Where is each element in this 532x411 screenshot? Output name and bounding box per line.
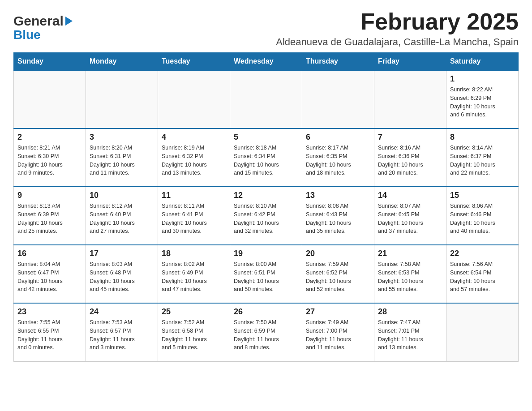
- day-number: 1: [450, 74, 515, 84]
- calendar-cell: 5Sunrise: 8:18 AM Sunset: 6:34 PM Daylig…: [230, 128, 302, 187]
- calendar-cell: [230, 70, 302, 128]
- day-info: Sunrise: 8:06 AM Sunset: 6:46 PM Dayligh…: [450, 202, 515, 235]
- calendar-cell: 4Sunrise: 8:19 AM Sunset: 6:32 PM Daylig…: [158, 128, 230, 187]
- day-info: Sunrise: 8:22 AM Sunset: 6:29 PM Dayligh…: [450, 86, 515, 119]
- day-number: 7: [378, 133, 442, 142]
- day-number: 27: [306, 307, 370, 317]
- calendar-cell: 7Sunrise: 8:16 AM Sunset: 6:36 PM Daylig…: [374, 128, 446, 187]
- day-info: Sunrise: 8:14 AM Sunset: 6:37 PM Dayligh…: [450, 144, 515, 177]
- day-number: 12: [234, 191, 298, 200]
- calendar-cell: 1Sunrise: 8:22 AM Sunset: 6:29 PM Daylig…: [446, 70, 519, 128]
- day-info: Sunrise: 7:58 AM Sunset: 6:53 PM Dayligh…: [378, 260, 442, 294]
- calendar-week-4: 16Sunrise: 8:04 AM Sunset: 6:47 PM Dayli…: [14, 245, 519, 303]
- calendar-cell: 17Sunrise: 8:03 AM Sunset: 6:48 PM Dayli…: [86, 245, 158, 303]
- calendar-cell: 8Sunrise: 8:14 AM Sunset: 6:37 PM Daylig…: [446, 128, 519, 187]
- day-info: Sunrise: 8:13 AM Sunset: 6:39 PM Dayligh…: [17, 202, 82, 235]
- calendar-cell: 14Sunrise: 8:07 AM Sunset: 6:45 PM Dayli…: [374, 187, 446, 245]
- day-number: 28: [378, 307, 442, 317]
- logo: General Blue: [13, 13, 73, 42]
- calendar-cell: 24Sunrise: 7:53 AM Sunset: 6:57 PM Dayli…: [86, 303, 158, 361]
- calendar-cell: [86, 70, 158, 128]
- calendar-cell: [446, 303, 519, 361]
- calendar-week-3: 9Sunrise: 8:13 AM Sunset: 6:39 PM Daylig…: [14, 187, 519, 245]
- day-info: Sunrise: 7:55 AM Sunset: 6:55 PM Dayligh…: [17, 318, 82, 352]
- calendar-cell: 15Sunrise: 8:06 AM Sunset: 6:46 PM Dayli…: [446, 187, 519, 245]
- calendar-table: SundayMondayTuesdayWednesdayThursdayFrid…: [13, 52, 519, 362]
- day-info: Sunrise: 8:19 AM Sunset: 6:32 PM Dayligh…: [162, 144, 226, 177]
- day-info: Sunrise: 8:10 AM Sunset: 6:42 PM Dayligh…: [234, 202, 298, 235]
- day-info: Sunrise: 8:11 AM Sunset: 6:41 PM Dayligh…: [162, 202, 226, 235]
- day-number: 4: [162, 133, 226, 142]
- weekday-header-thursday: Thursday: [302, 53, 374, 71]
- day-info: Sunrise: 7:50 AM Sunset: 6:59 PM Dayligh…: [234, 318, 298, 352]
- calendar-week-1: 1Sunrise: 8:22 AM Sunset: 6:29 PM Daylig…: [14, 70, 519, 128]
- calendar-cell: 16Sunrise: 8:04 AM Sunset: 6:47 PM Dayli…: [14, 245, 86, 303]
- weekday-header-friday: Friday: [374, 53, 446, 71]
- day-number: 8: [450, 133, 515, 142]
- title-block: February 2025 Aldeanueva de Guadalajara,…: [276, 9, 519, 48]
- weekday-header-tuesday: Tuesday: [158, 53, 230, 71]
- day-number: 13: [306, 191, 370, 200]
- logo-arrow-icon: [65, 17, 73, 26]
- weekday-header-row: SundayMondayTuesdayWednesdayThursdayFrid…: [14, 53, 519, 71]
- calendar-cell: 11Sunrise: 8:11 AM Sunset: 6:41 PM Dayli…: [158, 187, 230, 245]
- weekday-header-saturday: Saturday: [446, 53, 519, 71]
- calendar-cell: 12Sunrise: 8:10 AM Sunset: 6:42 PM Dayli…: [230, 187, 302, 245]
- day-info: Sunrise: 8:21 AM Sunset: 6:30 PM Dayligh…: [17, 144, 82, 177]
- day-info: Sunrise: 8:17 AM Sunset: 6:35 PM Dayligh…: [306, 144, 370, 177]
- day-number: 22: [450, 249, 515, 258]
- day-number: 10: [90, 191, 154, 200]
- day-info: Sunrise: 7:49 AM Sunset: 7:00 PM Dayligh…: [306, 318, 370, 352]
- day-number: 23: [17, 307, 82, 317]
- day-number: 19: [234, 249, 298, 258]
- calendar-cell: 18Sunrise: 8:02 AM Sunset: 6:49 PM Dayli…: [158, 245, 230, 303]
- weekday-header-wednesday: Wednesday: [230, 53, 302, 71]
- calendar-cell: 28Sunrise: 7:47 AM Sunset: 7:01 PM Dayli…: [374, 303, 446, 361]
- day-number: 15: [450, 191, 515, 200]
- calendar-cell: 3Sunrise: 8:20 AM Sunset: 6:31 PM Daylig…: [86, 128, 158, 187]
- day-number: 18: [162, 249, 226, 258]
- day-number: 6: [306, 133, 370, 142]
- calendar-week-5: 23Sunrise: 7:55 AM Sunset: 6:55 PM Dayli…: [14, 303, 519, 361]
- calendar-cell: 21Sunrise: 7:58 AM Sunset: 6:53 PM Dayli…: [374, 245, 446, 303]
- day-number: 21: [378, 249, 442, 258]
- calendar-cell: 6Sunrise: 8:17 AM Sunset: 6:35 PM Daylig…: [302, 128, 374, 187]
- calendar-cell: 25Sunrise: 7:52 AM Sunset: 6:58 PM Dayli…: [158, 303, 230, 361]
- day-info: Sunrise: 7:59 AM Sunset: 6:52 PM Dayligh…: [306, 260, 370, 294]
- day-number: 16: [17, 249, 82, 258]
- calendar-cell: 9Sunrise: 8:13 AM Sunset: 6:39 PM Daylig…: [14, 187, 86, 245]
- day-number: 9: [17, 191, 82, 200]
- day-number: 20: [306, 249, 370, 258]
- day-info: Sunrise: 7:52 AM Sunset: 6:58 PM Dayligh…: [162, 318, 226, 352]
- day-number: 5: [234, 133, 298, 142]
- month-title: February 2025: [276, 9, 519, 34]
- day-number: 2: [17, 133, 82, 142]
- day-info: Sunrise: 8:16 AM Sunset: 6:36 PM Dayligh…: [378, 144, 442, 177]
- location-subtitle: Aldeanueva de Guadalajara, Castille-La M…: [276, 36, 519, 48]
- day-info: Sunrise: 8:18 AM Sunset: 6:34 PM Dayligh…: [234, 144, 298, 177]
- day-info: Sunrise: 7:56 AM Sunset: 6:54 PM Dayligh…: [450, 260, 515, 294]
- calendar-cell: 10Sunrise: 8:12 AM Sunset: 6:40 PM Dayli…: [86, 187, 158, 245]
- day-number: 24: [90, 307, 154, 317]
- logo-general-text: General: [13, 13, 64, 29]
- weekday-header-monday: Monday: [86, 53, 158, 71]
- calendar-cell: 20Sunrise: 7:59 AM Sunset: 6:52 PM Dayli…: [302, 245, 374, 303]
- day-number: 17: [90, 249, 154, 258]
- calendar-cell: [302, 70, 374, 128]
- calendar-cell: [14, 70, 86, 128]
- logo-blue-text: Blue: [13, 28, 41, 42]
- calendar-cell: [158, 70, 230, 128]
- page-header: General Blue February 2025 Aldeanueva de…: [13, 9, 519, 48]
- day-number: 11: [162, 191, 226, 200]
- day-number: 25: [162, 307, 226, 317]
- calendar-cell: 27Sunrise: 7:49 AM Sunset: 7:00 PM Dayli…: [302, 303, 374, 361]
- calendar-cell: [374, 70, 446, 128]
- day-number: 3: [90, 133, 154, 142]
- calendar-cell: 26Sunrise: 7:50 AM Sunset: 6:59 PM Dayli…: [230, 303, 302, 361]
- calendar-cell: 13Sunrise: 8:08 AM Sunset: 6:43 PM Dayli…: [302, 187, 374, 245]
- day-info: Sunrise: 7:47 AM Sunset: 7:01 PM Dayligh…: [378, 318, 442, 352]
- day-info: Sunrise: 8:04 AM Sunset: 6:47 PM Dayligh…: [17, 260, 82, 294]
- day-info: Sunrise: 8:00 AM Sunset: 6:51 PM Dayligh…: [234, 260, 298, 294]
- calendar-cell: 2Sunrise: 8:21 AM Sunset: 6:30 PM Daylig…: [14, 128, 86, 187]
- day-info: Sunrise: 8:08 AM Sunset: 6:43 PM Dayligh…: [306, 202, 370, 235]
